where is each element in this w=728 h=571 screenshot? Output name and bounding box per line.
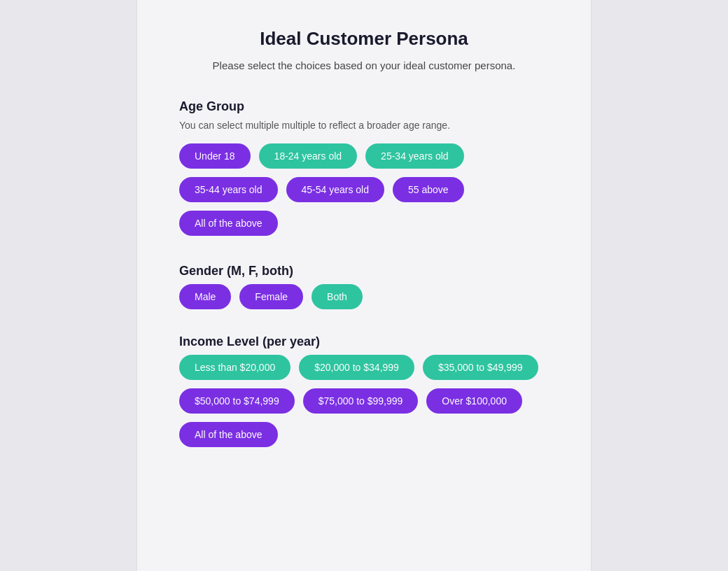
- chip-gender-0[interactable]: Male: [179, 284, 231, 309]
- chip-age-group-2[interactable]: 25-34 years old: [365, 143, 464, 169]
- chip-age-group-5[interactable]: 55 above: [393, 177, 464, 202]
- chip-age-group-4[interactable]: 45-54 years old: [286, 177, 385, 202]
- chip-gender-1[interactable]: Female: [239, 284, 303, 309]
- page-wrapper: Ideal Customer Persona Please select the…: [0, 0, 728, 571]
- section-title-age-group: Age Group: [179, 99, 549, 114]
- chip-age-group-1[interactable]: 18-24 years old: [259, 143, 358, 169]
- chip-income-level-0[interactable]: Less than $20,000: [179, 355, 290, 380]
- chips-row-gender: MaleFemaleBoth: [179, 284, 549, 309]
- chip-age-group-6[interactable]: All of the above: [179, 211, 278, 236]
- section-desc-age-group: You can select multiple multiple to refl…: [179, 120, 549, 131]
- section-title-income-level: Income Level (per year): [179, 334, 549, 349]
- page-title: Ideal Customer Persona: [179, 28, 549, 50]
- chip-income-level-3[interactable]: $50,000 to $74,999: [179, 388, 295, 414]
- section-title-gender: Gender (M, F, both): [179, 264, 549, 279]
- section-income-level: Income Level (per year)Less than $20,000…: [179, 334, 549, 447]
- chip-age-group-3[interactable]: 35-44 years old: [179, 177, 278, 202]
- chips-row-age-group: Under 1818-24 years old25-34 years old35…: [179, 143, 549, 236]
- chip-gender-2[interactable]: Both: [312, 284, 363, 309]
- page-subtitle: Please select the choices based on your …: [179, 59, 549, 71]
- chip-income-level-1[interactable]: $20,000 to $34,999: [299, 355, 414, 380]
- chip-income-level-5[interactable]: Over $100,000: [426, 388, 522, 414]
- chip-age-group-0[interactable]: Under 18: [179, 143, 251, 169]
- section-gender: Gender (M, F, both)MaleFemaleBoth: [179, 264, 549, 309]
- sections-container: Age GroupYou can select multiple multipl…: [179, 99, 549, 447]
- chip-income-level-4[interactable]: $75,000 to $99,999: [303, 388, 419, 414]
- section-age-group: Age GroupYou can select multiple multipl…: [179, 99, 549, 236]
- main-panel: Ideal Customer Persona Please select the…: [136, 0, 592, 571]
- chips-row-income-level: Less than $20,000$20,000 to $34,999$35,0…: [179, 355, 549, 447]
- chip-income-level-6[interactable]: All of the above: [179, 422, 278, 447]
- chip-income-level-2[interactable]: $35,000 to $49,999: [423, 355, 538, 380]
